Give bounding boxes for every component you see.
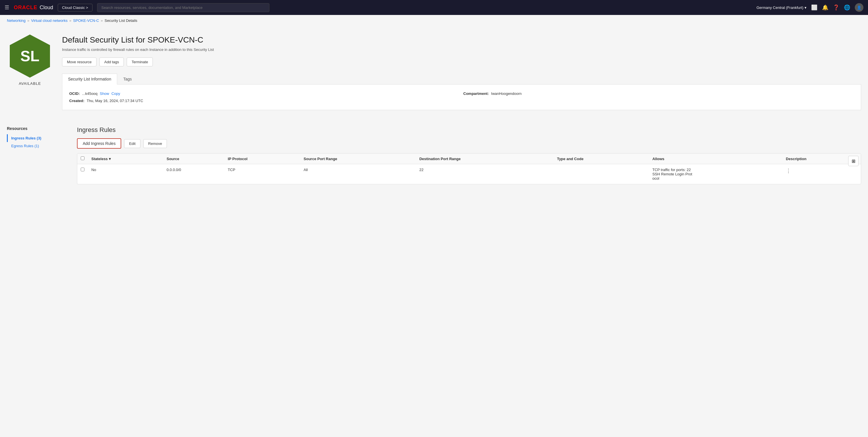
- created-label: Created:: [69, 98, 85, 103]
- grid-view-button[interactable]: ⊞: [848, 156, 859, 166]
- cloud-text: Cloud: [40, 5, 53, 11]
- table-row: No 0.0.0.0/0 TCP All 22 TCP traffic for …: [77, 164, 861, 184]
- cell-description: ⋮: [782, 164, 861, 184]
- sidebar-item-ingress-rules[interactable]: Ingress Rules (3): [7, 134, 70, 142]
- user-avatar[interactable]: 👤: [855, 3, 863, 12]
- resource-status: AVAILABLE: [19, 81, 41, 86]
- cell-ip-protocol: TCP: [224, 164, 300, 184]
- ingress-rules-table: Stateless ▾ Source IP Protocol Source Po…: [77, 153, 861, 184]
- sidebar-title: Resources: [7, 126, 70, 131]
- resource-header: SL AVAILABLE Default Security List for S…: [7, 33, 861, 119]
- edit-button[interactable]: Edit: [124, 139, 140, 148]
- search-input[interactable]: [97, 3, 270, 12]
- brand-logo: ORACLE Cloud: [14, 5, 53, 11]
- header-type-and-code: Type and Code: [554, 153, 649, 164]
- row-checkbox-cell[interactable]: [77, 164, 88, 184]
- breadcrumb-current: Security List Details: [104, 19, 137, 23]
- breadcrumb-vcn-name[interactable]: SPOKE-VCN-C: [73, 19, 99, 23]
- remove-button[interactable]: Remove: [143, 139, 167, 148]
- header-ip-protocol: IP Protocol: [224, 153, 300, 164]
- top-navigation: ☰ ORACLE Cloud Cloud Classic > Germany C…: [0, 0, 868, 15]
- compartment-value: IwanHoogendoorn: [491, 91, 522, 96]
- created-row: Created: Thu, May 16, 2024, 07:17:34 UTC: [69, 98, 460, 103]
- cloud-classic-button[interactable]: Cloud Classic >: [58, 4, 92, 11]
- ocid-value: ...k45ooq: [82, 91, 98, 96]
- ingress-rules-title: Ingress Rules: [77, 126, 861, 134]
- resource-details: Default Security List for SPOKE-VCN-C In…: [62, 33, 861, 119]
- header-source-port-range: Source Port Range: [300, 153, 416, 164]
- resource-actions: Move resource Add tags Terminate: [62, 58, 861, 66]
- header-stateless[interactable]: Stateless ▾: [88, 153, 163, 164]
- cell-type-and-code: [554, 164, 649, 184]
- add-ingress-rules-button[interactable]: Add Ingress Rules: [77, 138, 121, 149]
- tabs: Security List Information Tags: [62, 73, 861, 85]
- cell-source-port-range: All: [300, 164, 416, 184]
- cell-allows: TCP traffic for ports: 22 SSH Remote Log…: [649, 164, 782, 184]
- cell-source: 0.0.0.0/0: [163, 164, 224, 184]
- sidebar-item-egress-rules[interactable]: Egress Rules (1): [7, 142, 70, 150]
- nav-right: Germany Central (Frankfurt) ▾ ⬜ 🔔 ❓ 🌐 👤: [756, 3, 863, 12]
- region-selector[interactable]: Germany Central (Frankfurt) ▾: [756, 5, 807, 10]
- content-with-sidebar: Resources Ingress Rules (3) Egress Rules…: [7, 126, 861, 184]
- ocid-copy-link[interactable]: Copy: [112, 91, 120, 96]
- rules-table-wrap: Stateless ▾ Source IP Protocol Source Po…: [77, 153, 861, 184]
- resource-icon-wrap: SL AVAILABLE: [7, 33, 53, 86]
- cell-destination-port-range: 22: [416, 164, 554, 184]
- bell-icon[interactable]: 🔔: [822, 4, 828, 11]
- cell-stateless: No: [88, 164, 163, 184]
- info-grid: OCID: ...k45ooq Show Copy Created: Thu, …: [69, 91, 854, 103]
- svg-text:SL: SL: [21, 48, 39, 64]
- table-actions-corner: ⊞: [848, 156, 859, 166]
- terminal-icon[interactable]: ⬜: [811, 4, 817, 11]
- rules-toolbar: Add Ingress Rules Edit Remove: [77, 138, 861, 149]
- ocid-label: OCID:: [69, 91, 80, 96]
- header-allows: Allows: [649, 153, 782, 164]
- breadcrumb-vcn[interactable]: Virtual cloud networks: [31, 19, 67, 23]
- resource-subtitle: Instance traffic is controlled by firewa…: [62, 48, 861, 52]
- select-all-checkbox[interactable]: [81, 156, 85, 160]
- ocid-row: OCID: ...k45ooq Show Copy: [69, 91, 460, 96]
- ocid-show-link[interactable]: Show: [100, 91, 109, 96]
- add-tags-button[interactable]: Add tags: [99, 58, 124, 66]
- table-header-row: Stateless ▾ Source IP Protocol Source Po…: [77, 153, 861, 164]
- compartment-row: Compartment: IwanHoogendoorn: [463, 91, 854, 96]
- created-value: Thu, May 16, 2024, 07:17:34 UTC: [87, 98, 143, 103]
- header-checkbox: [77, 153, 88, 164]
- tab-tags[interactable]: Tags: [117, 74, 138, 85]
- help-icon[interactable]: ❓: [833, 4, 839, 11]
- info-panel: OCID: ...k45ooq Show Copy Created: Thu, …: [62, 85, 861, 110]
- oracle-text: ORACLE: [14, 5, 37, 11]
- terminate-button[interactable]: Terminate: [127, 58, 153, 66]
- globe-icon[interactable]: 🌐: [844, 4, 850, 11]
- tab-security-list-information[interactable]: Security List Information: [62, 74, 117, 85]
- header-source: Source: [163, 153, 224, 164]
- rules-section: Ingress Rules Add Ingress Rules Edit Rem…: [77, 126, 861, 184]
- compartment-label: Compartment:: [463, 91, 489, 96]
- hamburger-menu-icon[interactable]: ☰: [5, 4, 9, 11]
- breadcrumb: Networking » Virtual cloud networks » SP…: [0, 15, 868, 26]
- main-content: SL AVAILABLE Default Security List for S…: [0, 26, 868, 437]
- resource-title: Default Security List for SPOKE-VCN-C: [62, 35, 861, 45]
- breadcrumb-networking[interactable]: Networking: [7, 19, 26, 23]
- header-destination-port-range: Destination Port Range: [416, 153, 554, 164]
- move-resource-button[interactable]: Move resource: [62, 58, 96, 66]
- hex-svg: SL: [7, 33, 53, 79]
- info-right: Compartment: IwanHoogendoorn: [463, 91, 854, 103]
- row-checkbox[interactable]: [81, 168, 85, 171]
- row-kebab-menu[interactable]: ⋮: [786, 168, 791, 174]
- sidebar: Resources Ingress Rules (3) Egress Rules…: [7, 126, 70, 184]
- info-left: OCID: ...k45ooq Show Copy Created: Thu, …: [69, 91, 460, 103]
- hex-icon: SL: [7, 33, 53, 79]
